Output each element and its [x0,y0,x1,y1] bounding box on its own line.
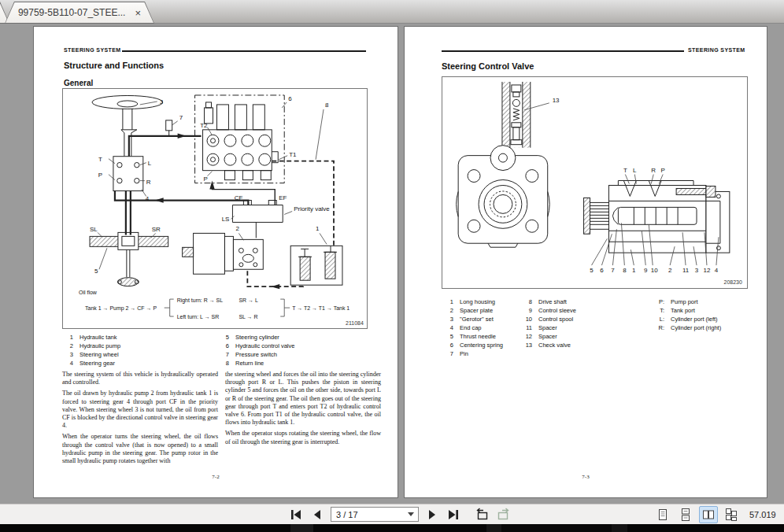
parts-list-item: 10Control spool [523,315,617,323]
callout: 4 [715,267,719,274]
parts-list-col2: 8Drive shaft 9Control sleeve 10Control s… [523,297,617,349]
callout-2: 2 [235,225,239,232]
tab-title: 99759-5B110-07_STEE... [18,7,126,18]
part-label: Steering gear [80,359,115,368]
parts-list-item: 3Steering wheel [64,350,213,359]
callout-7: 7 [179,114,183,121]
previous-view-icon [474,508,490,521]
last-page-button[interactable] [444,506,463,523]
callout: 5 [590,267,594,274]
header-rule [122,50,366,52]
document-area: STEERING SYSTEM Structure and Functions … [0,24,784,504]
last-page-icon [447,509,460,520]
part-label: Thrust needle [460,332,496,341]
part-label: Return line [235,359,264,368]
left-page: STEERING SYSTEM Structure and Functions … [33,26,398,498]
two-page-continuous-button[interactable] [722,506,741,523]
callout-8: 8 [325,102,329,109]
header-rule [442,50,684,52]
part-label: End cap [460,323,482,332]
previous-view-button[interactable] [472,506,491,523]
port-p: P [661,167,665,174]
right-page: STEERING SYSTEM Steering Control Valve [404,26,767,498]
port-legend-item: R:Cylinder port (right) [655,323,748,332]
part-label: Check valve [538,341,571,349]
callout: 12 [704,267,711,274]
single-page-button[interactable] [653,506,672,523]
part-label: Hydraulic pump [80,342,120,350]
port-ef: EF [279,194,287,201]
parts-list-item: 12Spacer [523,332,617,341]
paragraph: When the operator turns the steering whe… [62,433,218,465]
callout-13: 13 [553,97,560,104]
continuous-page-button[interactable] [676,506,695,523]
part-label: Spacer plate [460,306,493,315]
figure-box: 13 T L R P 5 6 7 8 1 9 10 2 11 3 12 4 [442,76,748,289]
pdf-viewer-window: 99759-5B110-07_STEE... × STEERING SYSTEM… [0,0,784,532]
previous-page-icon [312,509,324,520]
flow-right-b: SR → L [239,297,258,303]
parts-list-right-col: 5Steering cylinder 6Hydraulic control va… [220,333,377,368]
callout: 2 [668,267,672,274]
two-page-button[interactable] [699,506,718,523]
part-label: Centering spring [460,341,503,349]
callout: 8 [623,267,627,274]
part-label: Long housing [460,297,495,306]
body-text: The steering system of this vehicle is h… [62,371,381,468]
steering-hydraulic-circuit-diagram: 3 7 6 8 T L P R 4 T2 T1 P CF EF LS Prior… [63,89,367,328]
flow-left-b: SL → R [239,314,257,320]
callout-1: 1 [316,225,320,232]
callout-6: 6 [288,95,292,102]
port-sl: SL [90,226,98,233]
previous-page-button[interactable] [309,506,327,523]
port-label: Pump port [671,297,698,306]
zoom-level[interactable]: 57.019 [749,510,782,519]
callout-5: 5 [94,268,98,275]
callout: 6 [600,267,604,274]
callout: 11 [682,267,690,274]
port-t1: T1 [289,151,297,158]
part-label: Spacer [538,332,557,341]
port-legend-item: P:Pump port [655,297,748,306]
page-number-field[interactable]: 3 / 17 [331,507,419,522]
part-label: Steering wheel [80,350,119,359]
document-tab[interactable]: 99759-5B110-07_STEE... × [5,2,154,24]
first-page-button[interactable] [287,506,305,523]
parts-list-item: 7Pin [444,349,546,358]
port-legend-item: L:Cylinder port (left) [655,315,748,323]
page-number: 7-2 [34,474,398,480]
taskbar [0,524,784,532]
part-label: Control spool [538,315,573,323]
two-page-continuous-icon [725,508,738,521]
paragraph: When the operator stops rotating the ste… [225,430,381,445]
figure-number: 208230 [724,279,742,285]
right-page-title: Steering Control Valve [442,61,534,71]
part-label: Pressure switch [235,350,277,359]
page-number: 7-3 [405,474,767,480]
single-page-icon [656,508,669,521]
oil-flow-label: Oil flow [79,290,98,295]
port-r: R [651,167,656,174]
port-cf: CF [235,194,243,201]
flow-end: T → T2 → T1 → Tank 1 [292,305,349,311]
section-heading: General [64,79,93,87]
parts-list-left-col: 1Hydraulic tank 2Hydraulic pump 3Steerin… [64,333,213,368]
next-page-button[interactable] [422,506,441,523]
port-t: T [623,167,627,174]
steering-control-valve-diagram: 13 T L R P 5 6 7 8 1 9 10 2 11 3 12 4 [442,77,747,288]
page-dropdown-caret-icon[interactable] [408,512,414,516]
tab-close-icon[interactable]: × [135,8,141,18]
page-navigation: 3 / 17 [287,504,513,524]
port-label: Cylinder port (right) [671,323,721,332]
paragraph: the steering wheel and forces the oil in… [225,371,381,427]
left-page-header: STEERING SYSTEM [64,47,121,53]
callout-4: 4 [146,195,150,202]
part-label: Control sleeve [538,306,576,315]
right-page-header: STEERING SYSTEM [688,47,745,53]
paragraph: The oil drawn by hydraulic pump 2 from h… [62,390,218,430]
port-sr: SR [152,226,161,233]
port-legend-item: T:Tank port [655,306,748,315]
parts-list-item: 13Check valve [523,341,617,349]
view-history [472,506,513,523]
next-view-button[interactable] [494,506,513,523]
